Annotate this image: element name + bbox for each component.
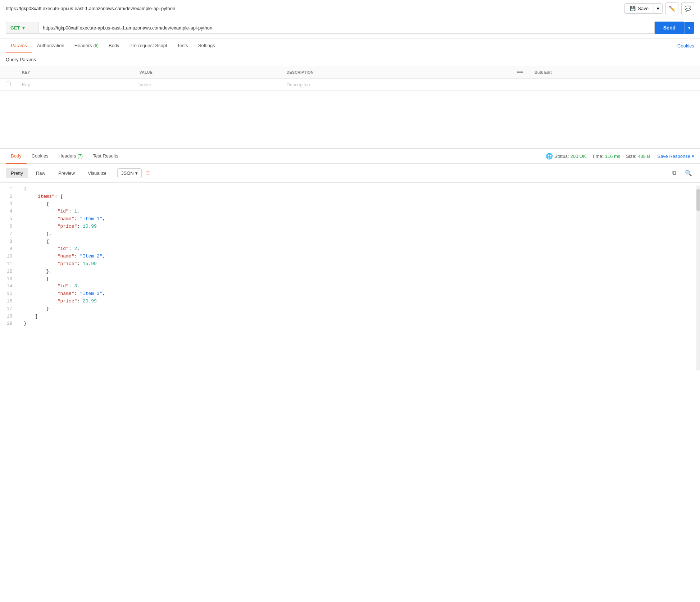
key-placeholder[interactable]: Key: [22, 82, 30, 87]
query-params-title: Query Params: [0, 53, 700, 66]
status-value: 200 OK: [571, 154, 586, 159]
query-params-section: Query Params KEY VALUE DESCRIPTION ••• B…: [0, 53, 700, 91]
scrollbar-track[interactable]: [696, 186, 700, 370]
save-button-group: 💾 Save ▾: [624, 3, 663, 14]
time-label: Time:: [592, 154, 604, 159]
format-select[interactable]: JSON ▾: [117, 168, 142, 178]
bulk-edit-label[interactable]: Bulk Edit: [535, 70, 552, 74]
top-bar: https://tgkp08xatf.execute-api.us-east-1…: [0, 0, 700, 17]
code-line-10: "name": "Item 2",: [24, 253, 691, 260]
code-line-12: },: [24, 268, 691, 275]
line-num-18: 18: [3, 313, 12, 320]
bulk-edit-th: Bulk Edit: [529, 66, 700, 79]
code-line-9: "id": 2,: [24, 245, 691, 253]
save-dropdown-button[interactable]: ▾: [654, 4, 662, 13]
params-spacer: [0, 91, 700, 148]
request-bar: GET ▾ Send ▾: [0, 17, 700, 38]
size-label: Size:: [626, 154, 636, 159]
code-line-19: }: [24, 320, 691, 328]
tab-body[interactable]: Body: [104, 38, 124, 53]
scrollbar-thumb[interactable]: [696, 189, 700, 211]
response-tab-headers[interactable]: Headers (7): [54, 149, 88, 164]
response-tab-test-results[interactable]: Test Results: [88, 149, 123, 164]
line-num-5: 5: [3, 215, 12, 223]
desc-placeholder[interactable]: Description: [287, 82, 310, 87]
tab-pre-request-script[interactable]: Pre-request Script: [124, 38, 172, 53]
code-line-8: {: [24, 238, 691, 246]
row-checkbox[interactable]: [6, 82, 10, 86]
code-content[interactable]: { "items": [ { "id": 1, "name": "Item 1"…: [18, 186, 696, 370]
status-label: Status:: [554, 154, 569, 159]
params-table: KEY VALUE DESCRIPTION ••• Bulk Edit Key …: [0, 66, 700, 91]
more-options-th: •••: [511, 66, 529, 79]
line-num-6: 6: [3, 223, 12, 231]
chevron-down-icon: ▾: [657, 6, 659, 11]
col-value: VALUE: [133, 66, 281, 79]
save-response-btn[interactable]: Save Response: [657, 154, 690, 159]
save-button[interactable]: 💾 Save: [625, 4, 654, 13]
send-button-group: Send ▾: [655, 22, 694, 34]
save-response-chevron-icon[interactable]: ▾: [692, 154, 694, 159]
code-line-14: "id": 3,: [24, 283, 691, 290]
table-row: Key Value Description: [0, 79, 700, 91]
line-num-12: 12: [3, 268, 12, 275]
line-num-15: 15: [3, 290, 12, 298]
code-line-17: }: [24, 305, 691, 313]
more-icon: •••: [517, 69, 523, 75]
request-tabs-bar: Params Authorization Headers (6) Body Pr…: [0, 38, 700, 53]
top-bar-actions: 💾 Save ▾ ✏️ 💬: [624, 2, 694, 15]
filter-icon: ≡: [146, 169, 150, 177]
edit-icon-button[interactable]: ✏️: [665, 2, 678, 15]
method-chevron-icon: ▾: [22, 25, 25, 31]
code-line-1: {: [24, 186, 691, 193]
tab-tests[interactable]: Tests: [172, 38, 193, 53]
url-input[interactable]: [38, 22, 655, 34]
format-tab-pretty[interactable]: Pretty: [6, 168, 28, 178]
format-bar: Pretty Raw Preview Visualize JSON ▾ ≡ ⧉ …: [0, 164, 700, 183]
line-num-4: 4: [3, 208, 12, 215]
tab-settings[interactable]: Settings: [193, 38, 220, 53]
search-icon-button[interactable]: 🔍: [683, 167, 694, 179]
save-icon: 💾: [630, 6, 636, 11]
send-button[interactable]: Send: [655, 22, 684, 34]
comment-icon-button[interactable]: 💬: [681, 2, 694, 15]
line-num-10: 10: [3, 253, 12, 260]
send-dropdown-button[interactable]: ▾: [684, 22, 694, 34]
method-select[interactable]: GET ▾: [6, 22, 38, 34]
col-key: KEY: [16, 66, 133, 79]
line-num-9: 9: [3, 245, 12, 253]
response-tab-cookies[interactable]: Cookies: [27, 149, 54, 164]
line-num-16: 16: [3, 298, 12, 305]
format-chevron-icon: ▾: [135, 170, 138, 176]
comment-icon: 💬: [685, 5, 691, 12]
response-section: Body Cookies Headers (7) Test Results 🌐 …: [0, 148, 700, 373]
code-line-5: "name": "Item 1",: [24, 215, 691, 223]
line-num-7: 7: [3, 231, 12, 238]
tab-headers[interactable]: Headers (6): [69, 38, 104, 53]
tab-authorization[interactable]: Authorization: [32, 38, 69, 53]
line-num-17: 17: [3, 305, 12, 313]
cookies-link[interactable]: Cookies: [677, 43, 694, 49]
save-label: Save: [638, 6, 649, 11]
format-tab-preview[interactable]: Preview: [53, 168, 80, 178]
line-num-1: 1: [3, 186, 12, 193]
tab-params[interactable]: Params: [6, 38, 32, 53]
copy-icon-button[interactable]: ⧉: [668, 167, 680, 179]
code-line-4: "id": 1,: [24, 208, 691, 215]
line-num-11: 11: [3, 260, 12, 268]
code-viewer: 1 2 3 4 5 6 7 8 9 10 11 12 13 14 15 16 1…: [0, 183, 700, 373]
filter-icon-button[interactable]: ≡: [146, 169, 150, 177]
format-tab-raw[interactable]: Raw: [31, 168, 50, 178]
line-numbers: 1 2 3 4 5 6 7 8 9 10 11 12 13 14 15 16 1…: [0, 186, 18, 370]
value-placeholder[interactable]: Value: [139, 82, 151, 87]
format-tab-visualize[interactable]: Visualize: [83, 168, 112, 178]
response-status-bar: 🌐 Status: 200 OK Time: 116 ms Size: 438 …: [546, 153, 694, 160]
globe-icon: 🌐: [546, 153, 553, 160]
code-line-7: },: [24, 231, 691, 238]
format-bar-icons: ⧉ 🔍: [668, 167, 694, 179]
code-line-16: "price": 20.99: [24, 298, 691, 305]
pencil-icon: ✏️: [669, 5, 676, 12]
response-tab-body[interactable]: Body: [6, 149, 27, 164]
size-value: 438 B: [638, 154, 650, 159]
method-label: GET: [10, 25, 20, 31]
